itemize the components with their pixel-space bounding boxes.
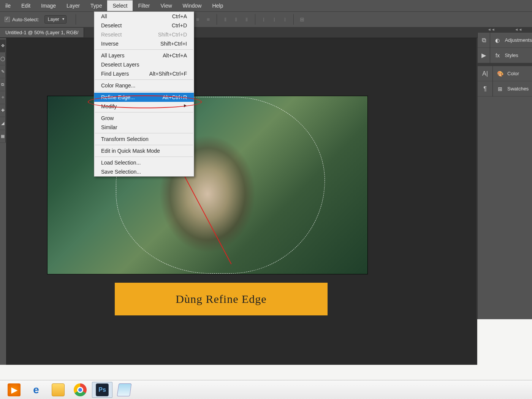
menu-item-refine-edge-[interactable]: Refine Edge...Alt+Ctrl+R bbox=[94, 93, 194, 102]
menu-item-inverse[interactable]: InverseShift+Ctrl+I bbox=[94, 39, 194, 48]
menu-item-load-selection-[interactable]: Load Selection... bbox=[94, 158, 194, 167]
align-icon[interactable]: ≡ bbox=[194, 16, 201, 23]
menu-help[interactable]: Help bbox=[207, 0, 228, 11]
swatches-icon: ⊞ bbox=[497, 86, 504, 92]
color-panel-tab[interactable]: 🎨Color bbox=[493, 66, 532, 81]
separator bbox=[76, 14, 76, 25]
toolbox: ✥ ◯ ✎ ⧉ ✧ ✚ ◢ ▦ bbox=[0, 40, 6, 143]
eraser-tool-icon[interactable]: ◢ bbox=[0, 117, 6, 130]
panel-collapse-bar[interactable]: ◄◄◄◄ bbox=[478, 27, 532, 33]
adjustments-panel-tab[interactable]: ◐Adjustments bbox=[490, 33, 532, 48]
menu-divider bbox=[95, 133, 193, 133]
gradient-tool-icon[interactable]: ▦ bbox=[0, 130, 6, 143]
styles-panel-tab[interactable]: fxStyles bbox=[490, 48, 532, 63]
menu-view[interactable]: View bbox=[155, 0, 177, 11]
menu-divider bbox=[95, 49, 193, 50]
history-icon[interactable]: ⧉ bbox=[478, 33, 490, 48]
menu-item-transform-selection[interactable]: Transform Selection bbox=[94, 135, 194, 144]
distribute-icon[interactable]: ⫶ bbox=[271, 16, 278, 23]
move-tool-icon[interactable]: ✥ bbox=[0, 40, 6, 52]
actions-icon[interactable]: ▶ bbox=[478, 48, 490, 63]
arrange-icon[interactable]: ⊞ bbox=[298, 16, 306, 23]
select-menu-dropdown: AllCtrl+ADeselectCtrl+DReselectShift+Ctr… bbox=[94, 11, 194, 177]
auto-select-label: Auto-Select: bbox=[12, 17, 39, 22]
media-player-icon: ▶ bbox=[8, 383, 21, 396]
color-icon: 🎨 bbox=[497, 71, 504, 77]
document-tab-bar: Untitled-1 @ 50% (Layer 1, RGB/ bbox=[0, 27, 532, 38]
annotation-label: Dùng Refine Edge bbox=[115, 283, 328, 315]
menu-item-reselect: ReselectShift+Ctrl+D bbox=[94, 30, 194, 39]
taskbar-photoshop[interactable]: Ps bbox=[92, 382, 112, 398]
healing-tool-icon[interactable]: ✚ bbox=[0, 104, 6, 117]
styles-icon: fx bbox=[494, 52, 501, 59]
menu-divider bbox=[95, 157, 193, 157]
windows-taskbar: ▶ e Ps bbox=[0, 380, 532, 399]
swatches-panel-tab[interactable]: ⊞Swatches bbox=[493, 81, 532, 97]
panel-label: Swatches bbox=[507, 86, 529, 92]
paragraph-icon[interactable]: ¶ bbox=[478, 81, 492, 97]
blank-area bbox=[0, 365, 477, 380]
menu-type[interactable]: Type bbox=[85, 0, 107, 11]
distribute-icon[interactable]: ⫴ bbox=[222, 16, 229, 23]
taskbar-internet-explorer[interactable]: e bbox=[26, 382, 46, 398]
menu-divider bbox=[95, 91, 193, 92]
menu-filter[interactable]: Filter bbox=[133, 0, 155, 11]
separator bbox=[293, 14, 294, 25]
crop-tool-icon[interactable]: ⧉ bbox=[0, 78, 6, 91]
menu-divider bbox=[95, 112, 193, 112]
taskbar-media-player[interactable]: ▶ bbox=[4, 382, 24, 398]
menu-item-deselect[interactable]: DeselectCtrl+D bbox=[94, 21, 194, 30]
notepad-icon bbox=[117, 383, 132, 396]
taskbar-notepad[interactable] bbox=[114, 382, 135, 398]
menu-ile[interactable]: ile bbox=[0, 0, 16, 11]
distribute-icon[interactable]: ⫴ bbox=[243, 16, 250, 23]
brush-tool-icon[interactable]: ✎ bbox=[0, 65, 6, 78]
lasso-tool-icon[interactable]: ◯ bbox=[0, 52, 6, 65]
menu-item-edit-in-quick-mask-mode[interactable]: Edit in Quick Mask Mode bbox=[94, 146, 194, 155]
separator bbox=[255, 14, 255, 25]
auto-select-checkbox[interactable] bbox=[5, 17, 10, 22]
options-bar: Auto-Select: Layer ≡ ≡ ≡ ⫴ ⫴ ⫴ ⫶ ⫶ ⫶ ⊞ bbox=[0, 11, 532, 27]
menu-divider bbox=[95, 145, 193, 145]
menu-window[interactable]: Window bbox=[177, 0, 207, 11]
separator bbox=[217, 14, 217, 25]
taskbar-file-explorer[interactable] bbox=[48, 382, 68, 398]
menu-item-save-selection-[interactable]: Save Selection... bbox=[94, 167, 194, 176]
distribute-icon[interactable]: ⫶ bbox=[281, 16, 289, 23]
menubar: ileEditImageLayerTypeSelectFilterViewWin… bbox=[0, 0, 532, 11]
panel-label: Adjustments bbox=[505, 37, 532, 43]
menu-item-deselect-layers[interactable]: Deselect Layers bbox=[94, 60, 194, 69]
folder-icon bbox=[52, 383, 65, 396]
menu-select[interactable]: Select bbox=[107, 0, 133, 11]
adjustments-icon: ◐ bbox=[494, 37, 501, 43]
panel-label: Color bbox=[507, 71, 519, 76]
menu-layer[interactable]: Layer bbox=[61, 0, 85, 11]
eyedropper-tool-icon[interactable]: ✧ bbox=[0, 91, 6, 104]
distribute-icon[interactable]: ⫶ bbox=[260, 16, 268, 23]
ie-icon: e bbox=[30, 383, 43, 396]
menu-item-color-range-[interactable]: Color Range... bbox=[94, 81, 194, 90]
chrome-icon bbox=[74, 383, 87, 396]
align-icon[interactable]: ≡ bbox=[204, 16, 212, 23]
menu-item-similar[interactable]: Similar bbox=[94, 123, 194, 132]
character-icon[interactable]: A| bbox=[478, 66, 492, 81]
menu-item-all-layers[interactable]: All LayersAlt+Ctrl+A bbox=[94, 51, 194, 60]
distribute-icon[interactable]: ⫴ bbox=[232, 16, 240, 23]
menu-item-modify[interactable]: Modify▶ bbox=[94, 102, 194, 111]
menu-edit[interactable]: Edit bbox=[16, 0, 36, 11]
menu-item-grow[interactable]: Grow bbox=[94, 114, 194, 123]
menu-item-find-layers[interactable]: Find LayersAlt+Shift+Ctrl+F bbox=[94, 69, 194, 78]
menu-divider bbox=[95, 79, 193, 80]
menu-item-all[interactable]: AllCtrl+A bbox=[94, 12, 194, 21]
blank-area bbox=[477, 319, 532, 380]
menu-image[interactable]: Image bbox=[36, 0, 61, 11]
taskbar-chrome[interactable] bbox=[70, 382, 90, 398]
document-tab[interactable]: Untitled-1 @ 50% (Layer 1, RGB/ bbox=[0, 28, 84, 37]
layer-dropdown[interactable]: Layer bbox=[44, 15, 66, 24]
photoshop-icon: Ps bbox=[96, 383, 109, 396]
panel-label: Styles bbox=[505, 52, 518, 58]
